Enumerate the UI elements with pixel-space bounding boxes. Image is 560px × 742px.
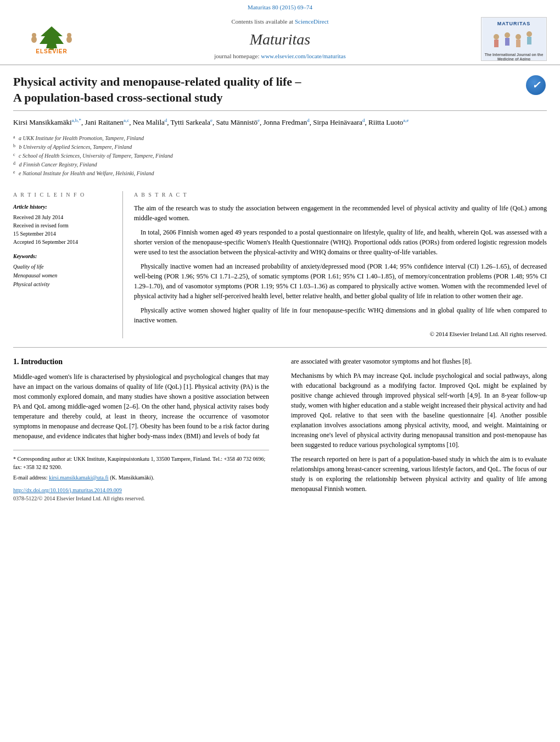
svg-rect-16	[527, 37, 531, 44]
affiliations-section: a a UKK Institute for Health Promotion, …	[13, 131, 547, 183]
crossmark-icon: ✓	[526, 75, 546, 95]
article-reference: Maturitas 80 (2015) 69–74	[0, 0, 560, 13]
keywords-section: Keywords: Quality of life Menopausal wom…	[13, 253, 115, 289]
main-content: Physical activity and menopause-related …	[0, 65, 560, 513]
intro-right-column: are associated with greater vasomotor sy…	[285, 356, 547, 503]
article-history: Article history: Received 28 July 2014 R…	[13, 203, 115, 246]
homepage-line: journal homepage: www.elsevier.com/locat…	[90, 52, 470, 60]
author-mansikkamaki: Kirsi Mansikkamäkia,b,*,	[13, 118, 85, 126]
abstract-text: The aim of the research was to study the…	[134, 203, 547, 339]
sciencedirect-link[interactable]: ScienceDirect	[295, 18, 329, 25]
received-date: Received 28 July 2014	[13, 213, 115, 221]
svg-rect-14	[516, 40, 520, 47]
author-sarkeala: Tytti Sarkealae,	[171, 118, 216, 126]
journal-center-info: Contents lists available at ScienceDirec…	[90, 18, 470, 60]
svg-marker-1	[40, 26, 64, 48]
received-revised-date: 15 September 2014	[13, 230, 115, 238]
abstract-para-4: Physically active women showed higher qu…	[134, 305, 547, 325]
doi-line[interactable]: http://dx.doi.org/10.1016/j.maturitas.20…	[13, 486, 269, 494]
author-luoto: Riitta Luotoa,e	[368, 118, 408, 126]
article-info-column: A R T I C L E I N F O Article history: R…	[13, 191, 123, 339]
keyword-physical-activity: Physical activity	[13, 280, 115, 289]
author-fredman: Jonna Fredmand,	[263, 118, 313, 126]
svg-point-9	[494, 34, 499, 40]
article-title-section: Physical activity and menopause-related …	[13, 65, 547, 110]
keyword-quality-of-life: Quality of life	[13, 263, 115, 271]
journal-title-display: Maturitas	[90, 29, 470, 50]
article-body: A R T I C L E I N F O Article history: R…	[13, 183, 547, 339]
copyright-line: © 2014 Elsevier Ireland Ltd. All rights …	[134, 330, 547, 339]
keyword-menopausal-women: Menopausal women	[13, 271, 115, 280]
section-divider	[13, 347, 547, 348]
authors-section: Kirsi Mansikkamäkia,b,*, Jani Raitanena,…	[13, 111, 547, 131]
keywords-label: Keywords:	[13, 253, 115, 260]
author-mannisto: Satu Männistöe,	[216, 118, 263, 126]
abstract-header: A B S T R A C T	[134, 191, 547, 199]
svg-text:The International Journal on t: The International Journal on the	[484, 53, 543, 57]
intro-left-column: 1. Introduction Middle-aged women's life…	[13, 356, 275, 503]
corresponding-author-note: * Corresponding author at: UKK Institute…	[13, 455, 269, 471]
svg-rect-10	[494, 40, 499, 47]
intro-para-right-3: The research reported on here is part of…	[291, 454, 547, 494]
intro-para-right-2: Mechanisms by which PA may increase QoL …	[291, 371, 547, 450]
affiliation-d: d d Finnish Cancer Registry, Finland	[13, 160, 547, 169]
crossmark-badge[interactable]: ✓	[525, 74, 547, 96]
author-heinavaara: Sirpa Heinävaarad,	[313, 118, 368, 126]
affiliation-b: b b University of Applied Sciences, Tamp…	[13, 143, 547, 152]
contents-line: Contents lists available at ScienceDirec…	[90, 18, 470, 26]
affiliation-c: c c School of Health Sciences, Universit…	[13, 152, 547, 160]
accepted-date: Accepted 16 September 2014	[13, 238, 115, 246]
svg-text:Medicine of Aging: Medicine of Aging	[497, 57, 530, 60]
elsevier-logo: ELSEVIER	[13, 24, 90, 54]
footnote-area: * Corresponding author at: UKK Institute…	[13, 450, 269, 503]
author-malila: Nea Malilad,	[133, 118, 171, 126]
svg-text:ELSEVIER: ELSEVIER	[36, 48, 67, 54]
affiliation-a: a a UKK Institute for Health Promotion, …	[13, 134, 547, 143]
abstract-para-2: In total, 2606 Finnish women aged 49 yea…	[134, 227, 547, 257]
issn-line: 0378-5122/© 2014 Elsevier Ireland Ltd. A…	[13, 494, 269, 503]
received-revised-label: Received in revised form	[13, 221, 115, 230]
abstract-para-3: Physically inactive women had an increas…	[134, 261, 547, 301]
svg-rect-12	[505, 38, 509, 46]
intro-para-right-1: are associated with greater vasomotor sy…	[291, 356, 547, 366]
email-link[interactable]: kirsi.mansikkamaki@uta.fi	[49, 475, 109, 481]
abstract-para-1: The aim of the research was to study the…	[134, 203, 547, 223]
svg-point-5	[67, 33, 71, 37]
svg-point-13	[516, 34, 521, 40]
svg-text:MATURITAS: MATURITAS	[497, 21, 530, 26]
article-title: Physical activity and menopause-related …	[13, 74, 516, 105]
svg-point-11	[505, 32, 510, 38]
email-note: E-mail address: kirsi.mansikkamaki@uta.f…	[13, 473, 269, 482]
homepage-link[interactable]: www.elsevier.com/locate/maturitas	[261, 53, 345, 59]
history-label: Article history:	[13, 203, 115, 211]
maturitas-logo: MATURITAS The International Journal on t…	[470, 17, 547, 61]
article-info-header: A R T I C L E I N F O	[13, 191, 115, 199]
abstract-column: A B S T R A C T The aim of the research …	[134, 191, 547, 339]
introduction-section: 1. Introduction Middle-aged women's life…	[13, 356, 547, 514]
intro-title: 1. Introduction	[13, 356, 269, 367]
and-text: and	[203, 432, 212, 440]
svg-point-15	[527, 31, 532, 37]
affiliation-e: e e National Institute for Health and We…	[13, 169, 547, 178]
author-raitanen: Jani Raitanena,c,	[85, 118, 133, 126]
journal-header: ELSEVIER Contents lists available at Sci…	[0, 13, 560, 65]
svg-point-3	[32, 33, 36, 37]
intro-para-left: Middle-aged women's life is characterise…	[13, 372, 269, 441]
